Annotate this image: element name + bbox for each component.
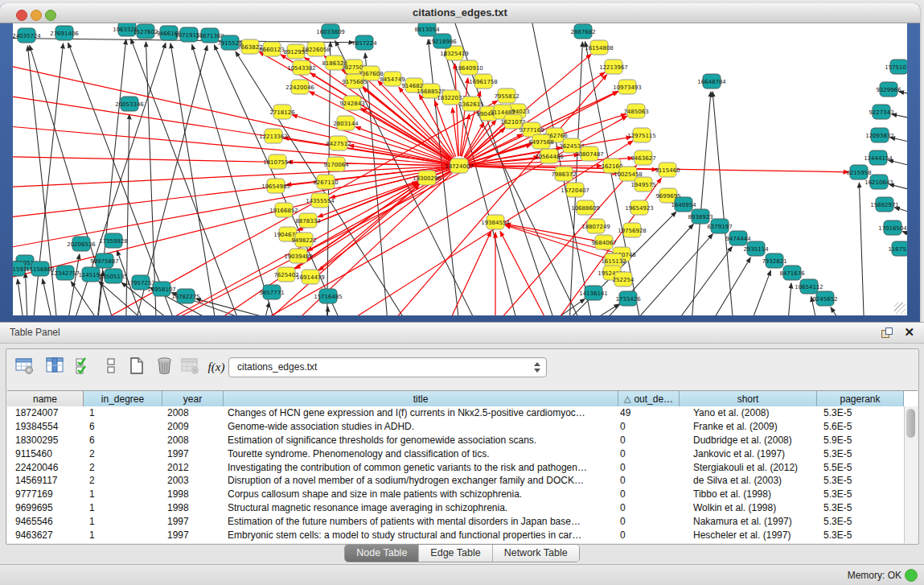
graph-node-label: 12444154	[864, 155, 893, 162]
row-height-button[interactable]	[101, 356, 122, 378]
graph-node-label: 252254	[613, 277, 634, 283]
column-header-in_degree[interactable]: in_degree	[84, 391, 162, 406]
table-cell: Tourette syndrome. Phenomenology and cla…	[221, 447, 615, 461]
table-cell: 9463627	[7, 529, 83, 542]
graph-node-label: 9329966	[876, 87, 901, 93]
tab-node-table[interactable]: Node Table	[345, 545, 419, 562]
table-cell: 2003	[161, 474, 221, 488]
tab-network-table[interactable]: Network Table	[493, 545, 579, 562]
table-cell: 5.5E-5	[812, 461, 898, 475]
graph-node-label: 18226058	[302, 47, 331, 53]
graph-edge	[785, 283, 791, 315]
table-row[interactable]: 1872400712008Changes of HCN gene express…	[7, 406, 904, 420]
status-bar: Memory: OK	[0, 564, 924, 585]
graph-node-label: 17016504	[878, 225, 907, 232]
table-cell: Franke et al. (2009)	[676, 420, 812, 434]
table-cell: 0	[615, 501, 676, 515]
table-options-button[interactable]	[14, 356, 35, 378]
table-cell: 5.9E-5	[812, 434, 898, 447]
column-header-short[interactable]: short	[680, 391, 817, 406]
table-cell: Stergiakouli et al. (2012)	[676, 461, 812, 475]
sort-ascending-icon: △	[624, 393, 630, 404]
graph-node-label: 7485063	[623, 109, 648, 115]
graph-node-label: 1167533	[888, 246, 907, 253]
graph-node-label: 8813054	[414, 27, 440, 33]
graph-node-label: 9857771	[259, 290, 284, 296]
window-resize-grip[interactable]	[894, 303, 906, 314]
column-header-label: in_degree	[101, 393, 144, 405]
network-view-window: citations_edges.txt 18724007183002951938…	[0, 3, 920, 322]
table-row[interactable]: 946554611997Estimation of the future num…	[7, 515, 904, 529]
graph-edge	[890, 138, 907, 148]
table-cell: 0	[615, 474, 676, 488]
table-row[interactable]: 977716911998Corpus callosum shape and si…	[7, 488, 904, 501]
graph-node-label: 18325419	[440, 51, 469, 57]
table-cell: 9465546	[7, 515, 83, 529]
table-cell: Tibbo et al. (1998)	[676, 488, 812, 501]
graph-node-label: 16648784	[697, 79, 726, 85]
graph-node-label: 15716485	[314, 294, 343, 300]
graph-edge	[431, 232, 491, 315]
table-cell: 1	[83, 515, 161, 529]
table-row[interactable]: 946362711997Embryonic stem cells: a mode…	[7, 529, 904, 542]
table-row[interactable]: 2242004622012Investigating the contribut…	[7, 461, 904, 475]
graph-node-label: 8267110	[313, 179, 338, 186]
window-title: citations_edges.txt	[0, 6, 920, 19]
table-tabs-bar: Node TableEdge TableNetwork Table	[0, 544, 924, 562]
table-select-dropdown[interactable]: citations_edges.txt	[228, 357, 547, 377]
table-cell: 1	[83, 488, 161, 501]
column-header-title[interactable]: title	[224, 391, 618, 406]
graph-node-label: 7986372	[551, 171, 576, 178]
graph-node-label: 20564486	[535, 154, 564, 160]
close-panel-icon[interactable]: ✕	[904, 325, 914, 340]
table-cell: 2	[83, 461, 161, 475]
table-cell: 1998	[161, 501, 221, 515]
graph-node-label: 18807249	[581, 224, 610, 230]
table-cell: Investigating the contribution of common…	[221, 461, 615, 475]
select-rows-button[interactable]	[74, 356, 95, 378]
create-column-button[interactable]	[127, 356, 148, 378]
table-row[interactable]: 1830029562008Estimation of significance …	[7, 434, 904, 447]
tab-edge-table[interactable]: Edge Table	[419, 545, 492, 562]
graph-node-label: 2803144	[333, 121, 359, 127]
table-row[interactable]: 911546021997Tourette syndrome. Phenomeno…	[7, 447, 904, 461]
graph-node-label: 9115460	[655, 167, 680, 174]
graph-node-label: 14355554	[306, 198, 335, 204]
window-title-bar[interactable]: citations_edges.txt	[0, 3, 920, 23]
function-builder-button[interactable]: f(x)	[206, 356, 227, 378]
column-header-pagerank[interactable]: pagerank	[817, 391, 904, 406]
table-cell: Nakamura et al. (1997)	[676, 515, 812, 529]
graph-node-label: 2887682	[570, 29, 595, 35]
graph-edge	[688, 257, 750, 315]
table-cell: Dudbridge et al. (2008)	[676, 434, 812, 447]
column-header-year[interactable]: year	[162, 391, 224, 406]
table-toolbar: f(x) citations_edges.txt	[6, 349, 918, 385]
scrollbar-thumb[interactable]	[906, 409, 915, 438]
graph-node-label: 15751074	[885, 64, 907, 71]
table-cell: 1998	[161, 488, 221, 501]
column-header-out_de[interactable]: △out_de…	[618, 391, 680, 406]
table-cell: 2008	[161, 406, 221, 420]
show-columns-button[interactable]	[45, 356, 66, 378]
table-cell: 0	[615, 420, 676, 434]
table-cell: 0	[615, 488, 676, 501]
graph-node-label: 10688609	[571, 205, 600, 212]
graph-node-label: 10807487	[575, 151, 604, 158]
column-header-name[interactable]: name	[7, 391, 84, 406]
graph-node-label: 12975115	[627, 133, 656, 139]
graph-node-label: 7625402	[273, 272, 298, 278]
table-cell: 0	[615, 515, 676, 529]
table-row[interactable]: 969969511998Structural magnetic resonanc…	[7, 501, 904, 515]
graph-node-label: 12213967	[599, 64, 628, 71]
float-panel-icon[interactable]	[881, 328, 892, 338]
graph-node-label: 16782275	[171, 294, 200, 300]
delete-table-button[interactable]	[180, 356, 201, 378]
network-canvas[interactable]: 1872400718300295193845541221336384275122…	[13, 23, 907, 315]
column-header-label: year	[183, 393, 202, 405]
table-row[interactable]: 1456911722003Disruption of a novel membe…	[7, 474, 904, 488]
table-scrollbar[interactable]	[904, 406, 918, 543]
table-cell: 5.3E-5	[812, 515, 898, 529]
graph-node-label: 8878334	[295, 218, 321, 225]
delete-column-button[interactable]	[154, 356, 175, 378]
table-row[interactable]: 1938455462009Genome-wide association stu…	[7, 420, 904, 434]
